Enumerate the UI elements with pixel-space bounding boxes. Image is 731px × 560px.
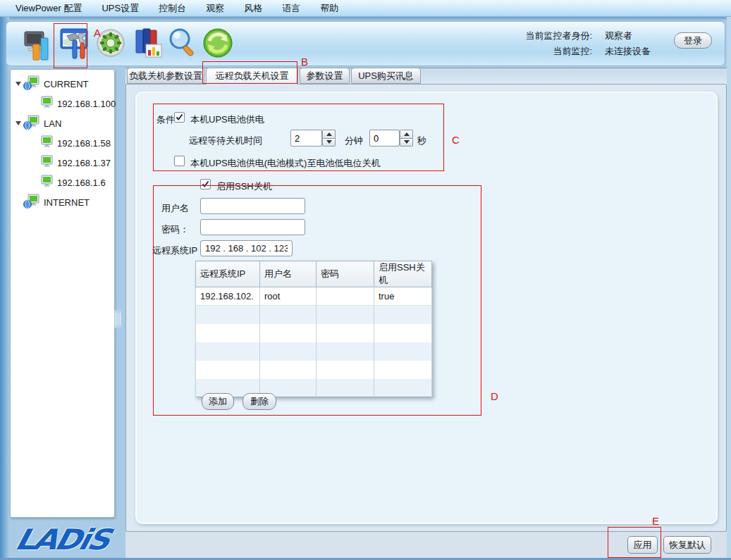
panel-splitter-handle[interactable] xyxy=(114,310,122,328)
col-header-username: 用户名 xyxy=(260,261,317,287)
tree-node-device[interactable]: 192.168.1.58 xyxy=(11,133,114,153)
remote-system-ip-label: 远程系统IP xyxy=(152,244,197,257)
battery-low-shutdown-label: 本机UPS电池供电(电池模式)至电池低电位关机 xyxy=(190,157,380,170)
remote-system-ip-input[interactable] xyxy=(200,240,293,256)
tree-node-label: INTERNET xyxy=(44,197,90,208)
table-empty-row xyxy=(196,342,432,361)
brand-logo: LADiS xyxy=(1,520,123,558)
wait-minutes-input[interactable] xyxy=(290,130,322,147)
tab-remote-load-shutdown[interactable]: 远程负载关机设置 xyxy=(206,68,298,85)
tree-node-internet[interactable]: INTERNET xyxy=(11,192,114,212)
tree-node-label: 192.168.1.58 xyxy=(57,138,111,149)
monitor-status-area: 当前监控者身份: 观察者 登录 当前监控: 未连接设备 xyxy=(500,28,712,59)
menu-bar: ViewPower 配置 UPS设置 控制台 观察 风格 语言 帮助 xyxy=(0,0,731,17)
restore-defaults-button[interactable]: 恢复默认 xyxy=(663,536,711,554)
spin-down-button[interactable] xyxy=(322,138,336,147)
tab-ups-purchase-info[interactable]: UPS购买讯息 xyxy=(351,68,421,84)
table-empty-row xyxy=(196,324,432,342)
gear-icon[interactable] xyxy=(95,23,126,64)
menu-viewpower-config[interactable]: ViewPower 配置 xyxy=(6,0,92,17)
enable-ssh-shutdown-label: 启用SSH关机 xyxy=(216,180,272,193)
username-label: 用户名 xyxy=(161,202,189,215)
menu-style[interactable]: 风格 xyxy=(234,0,272,17)
wait-seconds-stepper xyxy=(400,130,413,147)
remote-wait-shutdown-time-label: 远程等待关机时间 xyxy=(189,135,262,147)
menu-help[interactable]: 帮助 xyxy=(310,0,348,17)
ups-battery-power-label: 本机UPS电池供电 xyxy=(190,113,264,126)
cell-enable-ssh: true xyxy=(374,287,432,306)
library-report-icon[interactable] xyxy=(132,23,163,64)
computer-icon xyxy=(40,155,54,171)
password-input[interactable] xyxy=(200,219,305,235)
tree-node-device[interactable]: 192.168.1.37 xyxy=(11,153,114,173)
network-computer-icon xyxy=(23,75,40,93)
col-header-password: 密码 xyxy=(317,261,374,287)
col-header-remote-ip: 远程系统IP xyxy=(196,261,260,287)
computer-icon xyxy=(40,135,54,151)
window-left-edge xyxy=(0,17,9,560)
refresh-icon[interactable] xyxy=(202,23,233,64)
delete-button[interactable]: 删除 xyxy=(242,393,276,410)
spin-up-button[interactable] xyxy=(400,130,413,138)
monitor-status-icon[interactable] xyxy=(22,23,53,64)
toolbar: 当前监控者身份: 观察者 登录 当前监控: 未连接设备 xyxy=(6,21,725,66)
collapse-arrow-icon[interactable] xyxy=(15,80,22,87)
seconds-label: 秒 xyxy=(417,135,426,147)
current-monitor-value: 未连接设备 xyxy=(605,45,651,58)
menu-divider-strip xyxy=(0,17,731,20)
device-settings-icon[interactable] xyxy=(59,23,90,64)
battery-low-shutdown-checkbox[interactable] xyxy=(174,156,185,166)
tree-node-lan[interactable]: LAN xyxy=(11,113,114,133)
tree-node-device[interactable]: 192.168.1.100 xyxy=(11,94,114,113)
current-monitor-role-label: 当前监控者身份: xyxy=(500,30,592,42)
current-monitor-role-value: 观察者 xyxy=(605,30,632,42)
search-icon[interactable] xyxy=(167,23,198,64)
ups-battery-power-checkbox[interactable] xyxy=(174,112,185,123)
add-button[interactable]: 添加 xyxy=(202,393,234,410)
table-row[interactable]: 192.168.102. root true xyxy=(196,287,432,306)
cell-username: root xyxy=(260,287,317,306)
menu-language[interactable]: 语言 xyxy=(272,0,310,17)
computer-icon xyxy=(40,175,54,191)
brand-logo-text: LADiS xyxy=(12,523,112,556)
spin-up-button[interactable] xyxy=(322,130,336,138)
menu-ups-settings[interactable]: UPS设置 xyxy=(92,0,149,17)
menu-view[interactable]: 观察 xyxy=(196,0,234,17)
login-button[interactable]: 登录 xyxy=(674,32,712,49)
computer-icon xyxy=(40,96,54,112)
device-tree-panel: CURRENT 192.168.1.100 xyxy=(10,69,115,518)
tree-node-label: LAN xyxy=(44,118,61,129)
tab-bar: 负载关机参数设置 远程负载关机设置 参数设置 UPS购买讯息 xyxy=(127,68,422,85)
minutes-label: 分钟 xyxy=(345,135,363,147)
tab-parameter-settings[interactable]: 参数设置 xyxy=(300,68,350,84)
table-empty-row xyxy=(196,306,432,324)
enable-ssh-shutdown-checkbox[interactable] xyxy=(200,179,211,189)
ssh-targets-table: 远程系统IP 用户名 密码 启用SSH关机 192.168.102. root … xyxy=(195,261,432,397)
menu-console[interactable]: 控制台 xyxy=(149,0,196,17)
network-computer-icon xyxy=(23,194,40,211)
table-header-row: 远程系统IP 用户名 密码 启用SSH关机 xyxy=(196,261,432,287)
table-empty-row xyxy=(196,361,432,379)
tab-load-shutdown-params[interactable]: 负载关机参数设置 xyxy=(127,68,204,84)
tree-node-label: 192.168.1.100 xyxy=(57,99,116,109)
username-input[interactable] xyxy=(200,198,305,214)
wait-seconds-input[interactable] xyxy=(369,130,400,147)
cell-password xyxy=(317,287,374,306)
collapse-arrow-icon[interactable] xyxy=(15,120,22,127)
window-right-edge xyxy=(727,17,731,560)
password-label: 密码： xyxy=(161,223,189,236)
tree-node-label: 192.168.1.37 xyxy=(57,158,111,168)
spin-down-button[interactable] xyxy=(400,138,413,147)
tree-node-label: 192.168.1.6 xyxy=(57,178,106,188)
tree-node-label: CURRENT xyxy=(44,79,89,89)
apply-button[interactable]: 应用 xyxy=(627,536,658,554)
cell-remote-ip: 192.168.102. xyxy=(196,287,260,306)
wait-minutes-stepper xyxy=(322,130,336,147)
tree-node-device[interactable]: 192.168.1.6 xyxy=(11,173,114,192)
condition-label: 条件 xyxy=(156,113,175,126)
viewpower-window: ViewPower 配置 UPS设置 控制台 观察 风格 语言 帮助 xyxy=(0,0,731,560)
current-monitor-label: 当前监控: xyxy=(500,45,592,58)
tree-node-current[interactable]: CURRENT xyxy=(11,74,114,94)
network-computer-icon xyxy=(23,115,40,132)
col-header-enable-ssh: 启用SSH关机 xyxy=(374,261,432,287)
